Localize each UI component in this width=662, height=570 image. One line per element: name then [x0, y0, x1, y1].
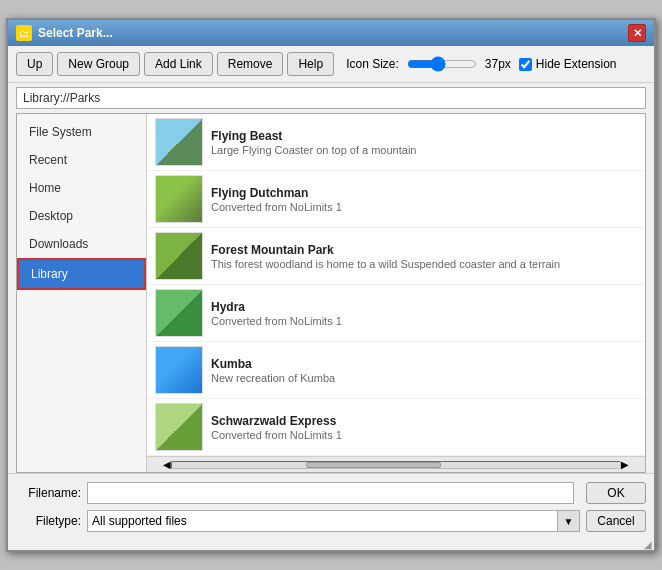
sidebar-item-desktop[interactable]: Desktop [17, 202, 146, 230]
help-button[interactable]: Help [287, 52, 334, 76]
filetype-label: Filetype: [16, 514, 81, 528]
dialog-title: Select Park... [38, 26, 113, 40]
file-name: Hydra [211, 300, 637, 314]
filetype-select[interactable]: All supported files ▼ [87, 510, 580, 532]
file-name: Kumba [211, 357, 637, 371]
file-list: Flying Beast Large Flying Coaster on top… [147, 114, 645, 456]
file-name: Schwarzwald Express [211, 414, 637, 428]
ok-button[interactable]: OK [586, 482, 646, 504]
file-list-wrapper: Flying Beast Large Flying Coaster on top… [147, 114, 645, 472]
sidebar: File System Recent Home Desktop Download… [17, 114, 147, 472]
icon-size-label: Icon Size: [346, 57, 399, 71]
file-thumbnail [155, 232, 203, 280]
new-group-button[interactable]: New Group [57, 52, 140, 76]
file-info: Flying Dutchman Converted from NoLimits … [211, 186, 637, 213]
file-desc: This forest woodland is home to a wild S… [211, 258, 637, 270]
file-info: Flying Beast Large Flying Coaster on top… [211, 129, 637, 156]
file-thumbnail [155, 175, 203, 223]
add-link-button[interactable]: Add Link [144, 52, 213, 76]
icon-size-slider[interactable] [407, 56, 477, 72]
file-thumbnail [155, 118, 203, 166]
list-item[interactable]: Flying Beast Large Flying Coaster on top… [147, 114, 645, 171]
filename-input[interactable] [87, 482, 574, 504]
file-desc: Large Flying Coaster on top of a mountai… [211, 144, 637, 156]
dialog-icon: 🗂 [16, 25, 32, 41]
title-bar: 🗂 Select Park... ✕ [8, 20, 654, 46]
list-item[interactable]: Flying Dutchman Converted from NoLimits … [147, 171, 645, 228]
icon-size-value: 37px [485, 57, 515, 71]
main-area: File System Recent Home Desktop Download… [16, 113, 646, 473]
filename-row: Filename: OK [16, 482, 646, 504]
file-desc: New recreation of Kumba [211, 372, 637, 384]
sidebar-item-downloads[interactable]: Downloads [17, 230, 146, 258]
filetype-dropdown-btn[interactable]: ▼ [557, 511, 579, 531]
file-thumbnail [155, 289, 203, 337]
hide-extension-label: Hide Extension [519, 57, 617, 71]
filetype-row: Filetype: All supported files ▼ Cancel [16, 510, 646, 532]
sidebar-item-library[interactable]: Library [17, 258, 146, 290]
list-item[interactable]: Schwarzwald Express Converted from NoLim… [147, 399, 645, 456]
file-name: Flying Dutchman [211, 186, 637, 200]
select-park-dialog: 🗂 Select Park... ✕ Up New Group Add Link… [6, 18, 656, 552]
file-desc: Converted from NoLimits 1 [211, 201, 637, 213]
remove-button[interactable]: Remove [217, 52, 284, 76]
file-name: Forest Mountain Park [211, 243, 637, 257]
file-desc: Converted from NoLimits 1 [211, 429, 637, 441]
file-info: Schwarzwald Express Converted from NoLim… [211, 414, 637, 441]
title-bar-left: 🗂 Select Park... [16, 25, 113, 41]
scroll-left-btn[interactable]: ◀ [163, 459, 171, 470]
file-name: Flying Beast [211, 129, 637, 143]
list-item[interactable]: Hydra Converted from NoLimits 1 [147, 285, 645, 342]
file-info: Kumba New recreation of Kumba [211, 357, 637, 384]
filetype-value: All supported files [88, 512, 557, 530]
bottom-area: Filename: OK Filetype: All supported fil… [8, 473, 654, 540]
list-item[interactable]: Forest Mountain Park This forest woodlan… [147, 228, 645, 285]
filename-label: Filename: [16, 486, 81, 500]
file-thumbnail [155, 403, 203, 451]
horizontal-scrollbar[interactable]: ◀ ▶ [147, 456, 645, 472]
file-list-scroll[interactable]: Flying Beast Large Flying Coaster on top… [147, 114, 645, 456]
hide-extension-checkbox[interactable] [519, 58, 532, 71]
sidebar-item-recent[interactable]: Recent [17, 146, 146, 174]
scrollbar-thumb [306, 462, 440, 468]
list-item[interactable]: Kumba New recreation of Kumba [147, 342, 645, 399]
cancel-button[interactable]: Cancel [586, 510, 646, 532]
file-thumbnail [155, 346, 203, 394]
sidebar-item-home[interactable]: Home [17, 174, 146, 202]
resize-grip[interactable]: ◢ [8, 540, 654, 550]
close-button[interactable]: ✕ [628, 24, 646, 42]
toolbar: Up New Group Add Link Remove Help Icon S… [8, 46, 654, 83]
file-info: Forest Mountain Park This forest woodlan… [211, 243, 637, 270]
scroll-right-btn[interactable]: ▶ [621, 459, 629, 470]
sidebar-item-file-system[interactable]: File System [17, 118, 146, 146]
file-desc: Converted from NoLimits 1 [211, 315, 637, 327]
file-info: Hydra Converted from NoLimits 1 [211, 300, 637, 327]
location-bar: Library://Parks [16, 87, 646, 109]
up-button[interactable]: Up [16, 52, 53, 76]
scrollbar-track[interactable] [171, 461, 621, 469]
